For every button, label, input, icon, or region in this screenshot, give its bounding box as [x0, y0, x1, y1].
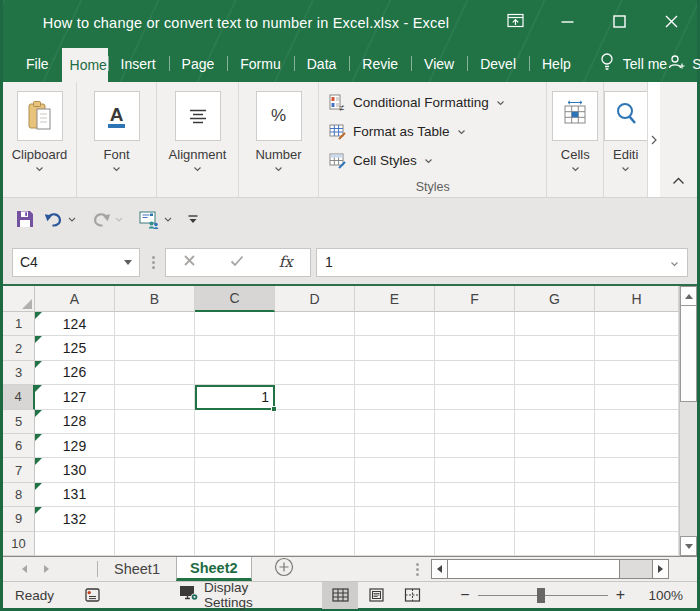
- column-header-F[interactable]: F: [435, 286, 515, 312]
- column-header-C[interactable]: C: [195, 286, 275, 312]
- cell-A2[interactable]: 125: [35, 336, 115, 360]
- zoom-slider[interactable]: [478, 595, 608, 596]
- collapse-ribbon-button[interactable]: [672, 171, 685, 189]
- name-box[interactable]: [12, 248, 140, 277]
- column-header-H[interactable]: H: [595, 286, 679, 312]
- cell-C7[interactable]: [195, 458, 275, 482]
- row-header-1[interactable]: 1: [3, 312, 35, 336]
- minimize-button[interactable]: [541, 0, 593, 45]
- clipboard-button[interactable]: [17, 91, 63, 141]
- undo-button[interactable]: [44, 211, 82, 228]
- cell-A8[interactable]: 131: [35, 483, 115, 507]
- display-settings-button[interactable]: Display Settings: [179, 580, 284, 610]
- cell-B10[interactable]: [115, 532, 195, 556]
- cell-H1[interactable]: [595, 312, 679, 336]
- cell-G4[interactable]: [515, 385, 595, 409]
- ribbon-item-cell-styles[interactable]: Cell Styles: [329, 146, 546, 175]
- tab-devel[interactable]: Devel: [467, 45, 529, 82]
- tab-file[interactable]: File: [13, 45, 62, 82]
- font-group[interactable]: AFont: [77, 82, 157, 197]
- cell-F6[interactable]: [435, 434, 515, 458]
- row-header-9[interactable]: 9: [3, 507, 35, 531]
- ribbon-item-conditional-formatting[interactable]: ≠Conditional Formatting: [329, 88, 546, 117]
- column-header-D[interactable]: D: [275, 286, 355, 312]
- cell-B6[interactable]: [115, 434, 195, 458]
- row-header-7[interactable]: 7: [3, 458, 35, 482]
- horizontal-scroll-track[interactable]: [620, 559, 652, 579]
- editing-group[interactable]: Editi: [604, 82, 647, 197]
- cell-G5[interactable]: [515, 410, 595, 434]
- cell-G3[interactable]: [515, 361, 595, 385]
- zoom-out-button[interactable]: −: [452, 586, 477, 604]
- tell-me-button[interactable]: Tell me: [600, 45, 667, 82]
- column-header-A[interactable]: A: [35, 286, 115, 312]
- tab-revie[interactable]: Revie: [349, 45, 411, 82]
- cells-group[interactable]: Cells: [547, 82, 604, 197]
- cell-E10[interactable]: [355, 532, 435, 556]
- insert-function-button[interactable]: fx: [279, 253, 293, 271]
- sheet-tab-sheet2[interactable]: Sheet2: [176, 557, 252, 581]
- share-button[interactable]: Share: [667, 45, 700, 82]
- cell-G8[interactable]: [515, 483, 595, 507]
- cell-G2[interactable]: [515, 336, 595, 360]
- column-header-G[interactable]: G: [515, 286, 595, 312]
- cell-A5[interactable]: 128: [35, 410, 115, 434]
- cell-F9[interactable]: [435, 507, 515, 531]
- close-button[interactable]: [645, 0, 697, 45]
- number-group[interactable]: %Number: [239, 82, 319, 197]
- cell-E8[interactable]: [355, 483, 435, 507]
- cell-F8[interactable]: [435, 483, 515, 507]
- cancel-icon[interactable]: [183, 253, 196, 271]
- cell-E7[interactable]: [355, 458, 435, 482]
- cell-F7[interactable]: [435, 458, 515, 482]
- clipboard-group[interactable]: Clipboard: [3, 82, 77, 197]
- cell-G6[interactable]: [515, 434, 595, 458]
- scroll-left-button[interactable]: [431, 559, 448, 579]
- cell-H3[interactable]: [595, 361, 679, 385]
- cell-F1[interactable]: [435, 312, 515, 336]
- column-header-B[interactable]: B: [115, 286, 195, 312]
- customize-quick-access-button[interactable]: [187, 214, 199, 225]
- cell-G7[interactable]: [515, 458, 595, 482]
- cell-D9[interactable]: [275, 507, 355, 531]
- zoom-slider-thumb[interactable]: [537, 588, 545, 603]
- row-header-4[interactable]: 4: [3, 385, 35, 409]
- cell-D4[interactable]: [275, 385, 355, 409]
- tab-help[interactable]: Help: [529, 45, 584, 82]
- ribbon-item-format-as-table[interactable]: Format as Table: [329, 117, 546, 146]
- tab-bar-grip[interactable]: [416, 557, 419, 581]
- ribbon-display-options-button[interactable]: [489, 0, 541, 45]
- alignment-button[interactable]: [175, 91, 221, 141]
- formula-input[interactable]: [325, 254, 670, 270]
- horizontal-scrollbar[interactable]: [431, 559, 669, 579]
- formula-bar[interactable]: [316, 248, 688, 277]
- zoom-in-button[interactable]: +: [608, 586, 633, 604]
- font-button[interactable]: A: [94, 91, 140, 141]
- cell-E5[interactable]: [355, 410, 435, 434]
- vertical-scrollbar[interactable]: [679, 286, 697, 556]
- cell-H5[interactable]: [595, 410, 679, 434]
- cell-H8[interactable]: [595, 483, 679, 507]
- name-box-dropdown-icon[interactable]: [124, 260, 132, 265]
- record-macro-button[interactable]: [84, 588, 101, 603]
- cell-A9[interactable]: 132: [35, 507, 115, 531]
- cell-A10[interactable]: [35, 532, 115, 556]
- formula-bar-grip[interactable]: [152, 256, 155, 269]
- next-sheet-button[interactable]: [35, 557, 57, 581]
- row-header-6[interactable]: 6: [3, 434, 35, 458]
- cell-F2[interactable]: [435, 336, 515, 360]
- scroll-right-button[interactable]: [652, 559, 669, 579]
- cell-C1[interactable]: [195, 312, 275, 336]
- cell-E3[interactable]: [355, 361, 435, 385]
- number-button[interactable]: %: [256, 91, 302, 141]
- cell-C6[interactable]: [195, 434, 275, 458]
- cell-B4[interactable]: [115, 385, 195, 409]
- cell-H9[interactable]: [595, 507, 679, 531]
- tab-formu[interactable]: Formu: [227, 45, 293, 82]
- save-button[interactable]: [15, 209, 35, 229]
- cell-H2[interactable]: [595, 336, 679, 360]
- cell-F5[interactable]: [435, 410, 515, 434]
- select-all-button[interactable]: [3, 286, 35, 312]
- row-header-8[interactable]: 8: [3, 483, 35, 507]
- tab-insert[interactable]: Insert: [108, 45, 169, 82]
